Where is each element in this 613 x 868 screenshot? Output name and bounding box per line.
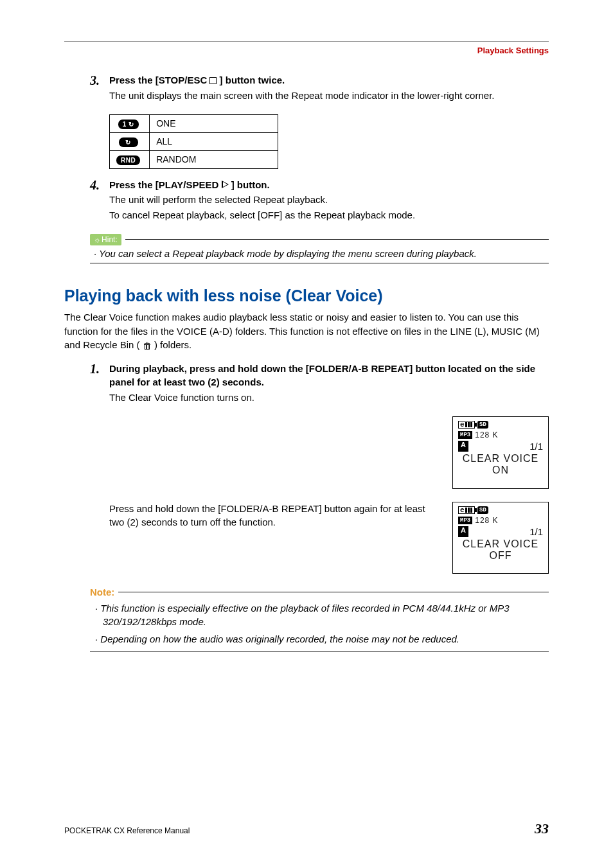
file-counter: 1/1 — [529, 441, 543, 452]
table-row: ↻ ALL — [110, 132, 278, 150]
repeat-rnd-label: RANDOM — [150, 150, 278, 168]
note-label: Note: — [90, 587, 114, 598]
sd-icon: SD — [477, 506, 488, 514]
repeat-all-label: ALL — [150, 132, 278, 150]
header-rule — [64, 41, 549, 42]
note-rule-top — [118, 592, 549, 592]
file-counter: 1/1 — [529, 526, 543, 537]
step-1-number: 1. — [90, 362, 109, 405]
folder-icon: A — [458, 526, 468, 537]
header-section: Playback Settings — [64, 46, 549, 55]
folder-icon: A — [458, 441, 468, 452]
step-4: 4. Press the [PLAY/SPEED ] button. The u… — [90, 178, 549, 222]
hint-badge: Hint: — [90, 234, 121, 245]
repeat-all-icon: ↻ — [119, 137, 138, 147]
note-bullet-2: · Depending on how the audio was origina… — [90, 632, 549, 646]
table-row: RND RANDOM — [110, 150, 278, 168]
note-block: Note: · This function is especially effe… — [90, 587, 549, 651]
lcd-screen-on: e SD MP3 128 K A 1/1 CLEAR VOICE ON — [452, 416, 549, 489]
stop-icon — [209, 77, 217, 84]
repeat-mode-table: 1 ↻ ONE ↻ ALL RND RANDOM — [109, 114, 278, 169]
note-rule-bottom — [90, 651, 549, 651]
clear-voice-on-row: e SD MP3 128 K A 1/1 CLEAR VOICE ON — [109, 416, 549, 489]
page-number: 33 — [535, 820, 549, 837]
mp3-icon: MP3 — [458, 431, 472, 439]
step-3-number: 3. — [90, 73, 109, 103]
repeat-one-label: ONE — [150, 114, 278, 132]
step-1-desc: The Clear Voice function turns on. — [109, 391, 549, 405]
step-4-desc1: The unit will perform the selected Repea… — [109, 193, 549, 207]
step-4-title: Press the [PLAY/SPEED ] button. — [109, 179, 270, 190]
hint-block: Hint: · You can select a Repeat playback… — [90, 234, 549, 263]
trash-icon: 🗑 — [143, 339, 152, 352]
battery-icon: e — [458, 421, 475, 429]
step-3: 3. Press the [STOP/ESC ] button twice. T… — [90, 73, 549, 103]
page-footer: POCKETRAK CX Reference Manual 33 — [64, 820, 549, 837]
bitrate-label: 128 K — [475, 430, 498, 439]
mp3-icon: MP3 — [458, 517, 472, 524]
sd-icon: SD — [477, 421, 488, 429]
play-icon — [222, 181, 229, 188]
step-3-title: Press the [STOP/ESC ] button twice. — [109, 75, 285, 85]
footer-left: POCKETRAK CX Reference Manual — [64, 826, 190, 835]
hint-rule-top — [125, 239, 549, 240]
clear-voice-off-row: Press and hold down the [FOLDER/A-B REPE… — [109, 502, 549, 574]
step-1-title: During playback, press and hold down the… — [109, 363, 535, 388]
step-4-number: 4. — [90, 178, 109, 222]
hint-text: · You can select a Repeat playback mode … — [90, 248, 549, 259]
battery-icon: e — [458, 506, 475, 514]
lcd-msg-line1: CLEAR VOICE — [458, 453, 543, 465]
lcd-msg-line2: ON — [458, 465, 543, 476]
note-bullet-1: · This function is especially effective … — [90, 601, 549, 628]
step-1: 1. During playback, press and hold down … — [90, 362, 549, 405]
repeat-one-icon: 1 ↻ — [118, 120, 139, 129]
lcd-msg-line1: CLEAR VOICE — [458, 538, 543, 550]
step-3-desc: The unit displays the main screen with t… — [109, 89, 549, 103]
repeat-rnd-icon: RND — [116, 155, 140, 165]
section-clear-voice-para: The Clear Voice function makes audio pla… — [64, 310, 549, 353]
hint-rule-bottom — [90, 263, 549, 263]
press-again-text: Press and hold down the [FOLDER/A-B REPE… — [109, 502, 440, 574]
lcd-msg-line2: OFF — [458, 550, 543, 562]
step-4-desc2: To cancel Repeat playback, select [OFF] … — [109, 208, 549, 222]
section-clear-voice-title: Playing back with less noise (Clear Voic… — [64, 287, 549, 305]
table-row: 1 ↻ ONE — [110, 114, 278, 132]
bitrate-label: 128 K — [475, 516, 498, 525]
lcd-screen-off: e SD MP3 128 K A 1/1 CLEAR VOICE OFF — [452, 502, 549, 574]
